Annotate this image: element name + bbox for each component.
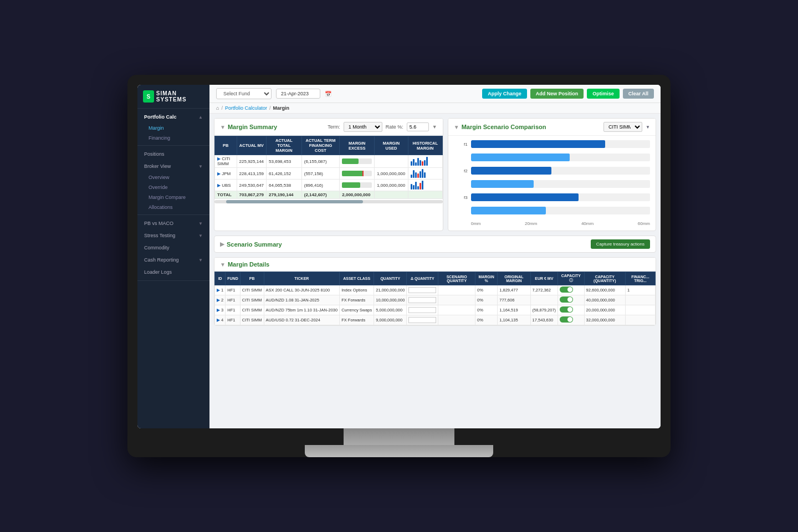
detail-row-1[interactable]: ▶ 1 HF1 CITI SIMM ASX 200 CALL 30-JUN-20… (215, 285, 656, 295)
hbar-track-1 (471, 140, 650, 148)
col-scenario-qty: SCENARIO QUANTITY (438, 272, 475, 285)
fund-select[interactable]: Select Fund (216, 88, 272, 99)
cell-scenario-qty (438, 295, 475, 305)
cell-excess-total: 2,000,000,000 (340, 191, 375, 199)
sidebar-logo: S SIMAN SYSTEMS (137, 85, 209, 109)
scenario-pb-select[interactable]: CITI SIMM (603, 122, 642, 132)
cell-scenario-qty (438, 315, 475, 325)
rate-expand-icon[interactable]: ▼ (432, 124, 437, 130)
margin-summary-table: PB ACTUAL MV ACTUAL TOTAL MARGIN ACTUAL … (214, 136, 443, 199)
delta-qty-input-4[interactable] (408, 317, 436, 323)
cell-capacity-toggle[interactable] (558, 295, 585, 305)
cell-total-margin: 64,065,538 (267, 180, 302, 191)
sidebar: S SIMAN SYSTEMS Portfolio Calc ▲ Margin … (137, 85, 209, 428)
sidebar-item-loader-logs[interactable]: Loader Logs (137, 266, 209, 278)
sidebar-item-positions[interactable]: Positions (137, 148, 209, 160)
scenario-summary-chevron[interactable]: ▶ (220, 241, 224, 247)
breadcrumb-section[interactable]: Portfolio Calculator (225, 105, 267, 111)
cell-used (375, 155, 408, 168)
delta-qty-input-3[interactable] (408, 307, 436, 313)
top-row: ▼ Margin Summary Term: 1 Month Rate %: (214, 118, 656, 231)
cell-financing: (557,158) (301, 168, 340, 180)
details-chevron[interactable]: ▼ (220, 262, 226, 268)
cell-pb: CITI SIMM (240, 295, 264, 305)
cell-capacity-toggle[interactable] (558, 305, 585, 315)
monitor-screen: S SIMAN SYSTEMS Portfolio Calc ▲ Margin … (137, 85, 661, 428)
detail-row-3[interactable]: ▶ 3 HF1 CITI SIMM AUD/NZD 75bm 1m 1.10 3… (215, 305, 656, 315)
cell-pb: CITI SIMM (240, 285, 264, 295)
cell-original-margin: 1,164,519 (498, 305, 530, 315)
table-row[interactable]: ▶ UBS 249,530,647 64,065,538 (896,416) 1… (215, 180, 443, 191)
add-position-button[interactable]: Add New Position (530, 89, 584, 99)
delta-qty-input-1[interactable] (408, 287, 436, 293)
rate-input[interactable] (407, 122, 429, 131)
sidebar-item-margin[interactable]: Margin (137, 123, 209, 133)
sidebar-item-override[interactable]: Override (137, 182, 209, 192)
cell-delta-qty[interactable] (407, 295, 438, 305)
margin-scenario-title: ▼ Margin Scenario Comparison (454, 124, 546, 130)
hbar-row-3b (454, 207, 650, 214)
sidebar-item-financing[interactable]: Financing (137, 133, 209, 143)
col-margin-excess: MARGIN EXCESS (340, 136, 375, 155)
cell-margin-pct: 0% (475, 295, 497, 305)
scrollbar-thumb[interactable] (226, 200, 363, 203)
cell-eur-mv: 7,272,362 (530, 285, 558, 295)
sidebar-item-commodity[interactable]: Commodity (137, 242, 209, 254)
delta-qty-input-2[interactable] (408, 297, 436, 303)
sidebar-item-allocations[interactable]: Allocations (137, 202, 209, 212)
home-icon[interactable]: ⌂ (216, 105, 219, 111)
cell-capacity-toggle[interactable] (558, 285, 585, 295)
cell-original-margin: 1,104,135 (498, 315, 530, 325)
sidebar-item-margin-compare[interactable]: Margin Compare (137, 192, 209, 202)
horizontal-scrollbar[interactable] (214, 200, 443, 203)
optimise-button[interactable]: Optimise (587, 89, 620, 99)
margin-summary-panel: ▼ Margin Summary Term: 1 Month Rate %: (214, 118, 443, 231)
chevron-up-icon: ▲ (198, 115, 203, 120)
sidebar-item-broker-view[interactable]: Broker View ▼ (137, 160, 209, 172)
hbar-track-2b (471, 180, 650, 188)
hbar-track-2 (471, 167, 650, 175)
cell-delta-qty[interactable] (407, 305, 438, 315)
sidebar-item-stress-testing[interactable]: Stress Testing ▼ (137, 229, 209, 242)
breadcrumb: ⌂ / Portfolio Calculator / Margin (209, 103, 661, 114)
hbar-axis: 0mm 20mm 40mm 60mm (454, 220, 650, 226)
cell-delta-qty[interactable] (407, 285, 438, 295)
cell-quantity: 10,000,000,000 (374, 295, 407, 305)
col-original-margin: ORIGINAL MARGIN (498, 272, 530, 285)
cell-quantity: 21,000,000,000 (374, 285, 407, 295)
apply-change-button[interactable]: Apply Change (482, 89, 527, 99)
chevron-icon: ▼ (198, 164, 203, 169)
sidebar-analysis-section: PB vs MACO ▼ Stress Testing ▼ Commodity … (137, 215, 209, 281)
col-id: ID (215, 272, 226, 285)
sidebar-item-pb-maco[interactable]: PB vs MACO ▼ (137, 217, 209, 229)
clear-all-button[interactable]: Clear All (623, 89, 654, 99)
cell-original-margin: 777,606 (498, 295, 530, 305)
margin-details-panel: ▼ Margin Details ID FUND PB (214, 257, 656, 326)
term-select[interactable]: 1 Month (344, 122, 382, 132)
cell-delta-qty[interactable] (407, 315, 438, 325)
sidebar-portfolio-calc[interactable]: Portfolio Calc ▲ (137, 111, 209, 123)
cell-financing-total: (2,142,607) (301, 191, 340, 199)
margin-details-title: ▼ Margin Details (220, 261, 269, 268)
scenario-chevron[interactable]: ▼ (454, 124, 459, 130)
table-row[interactable]: ▶ JPM 228,413,159 61,426,152 (557,158) (215, 168, 443, 180)
calendar-icon[interactable]: 📅 (325, 91, 331, 97)
sidebar-item-cash-reporting[interactable]: Cash Reporting ▼ (137, 254, 209, 266)
col-delta-qty: Δ QUANTITY (407, 272, 438, 285)
cell-ticker: AUD/NZD 75bm 1m 1.10 31-JAN-2030 (264, 305, 340, 315)
date-input[interactable] (276, 89, 320, 99)
cell-margin-pct: 0% (475, 285, 497, 295)
cell-margin-pct: 0% (475, 305, 497, 315)
hbar-track-1b (471, 154, 650, 161)
chevron-icon-2: ▼ (198, 221, 203, 226)
collapse-chevron[interactable]: ▼ (220, 124, 226, 130)
detail-row-4[interactable]: ▶ 4 HF1 CITI SIMM AUD/USD 0.72 31-DEC-20… (215, 315, 656, 325)
col-actual-mv: ACTUAL MV (237, 136, 267, 155)
sidebar-item-overview[interactable]: Overview (137, 172, 209, 182)
axis-20mm: 20mm (525, 221, 537, 226)
cell-historical-total (408, 191, 442, 199)
cell-capacity-toggle[interactable] (558, 315, 585, 325)
capture-treasury-button[interactable]: Capture treasury actions (591, 239, 650, 249)
detail-row-2[interactable]: ▶ 2 HF1 CITI SIMM AUD/NZD 1.08 31-JAN-20… (215, 295, 656, 305)
table-row[interactable]: ▶ CITI SIMM 225,925,144 53,698,453 (6,15… (215, 155, 443, 168)
